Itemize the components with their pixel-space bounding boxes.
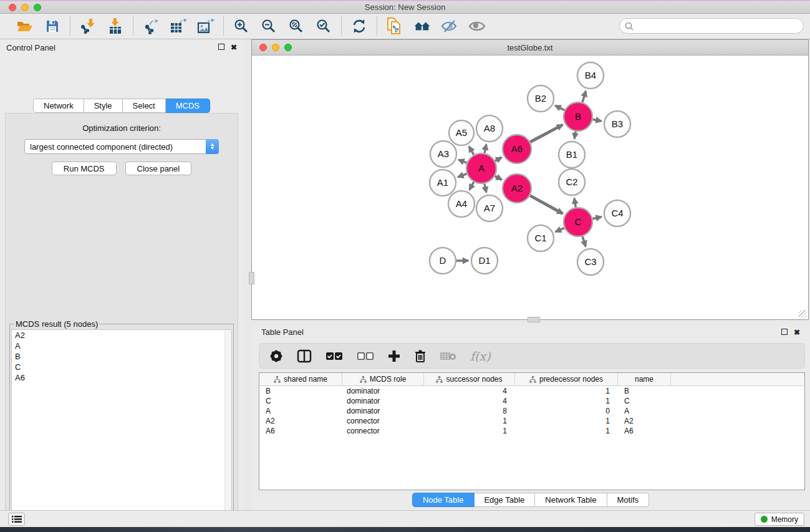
graph-edge-C-C1[interactable] — [556, 228, 564, 232]
cell-successor-nodes[interactable]: 8 — [424, 407, 515, 415]
panel-collapse-handle[interactable] — [249, 272, 254, 284]
cell-mcds-role[interactable]: dominator — [342, 397, 424, 405]
cell-mcds-role[interactable]: dominator — [342, 387, 424, 395]
close-panel-icon[interactable]: ✖ — [231, 44, 237, 51]
column-header-name[interactable]: name — [618, 373, 671, 385]
column-header-successor-nodes[interactable]: successor nodes — [424, 373, 515, 385]
close-panel-button[interactable]: Close panel — [125, 162, 192, 175]
cell-mcds-role[interactable]: connector — [342, 417, 424, 425]
mcds-result-item[interactable]: A6 — [12, 372, 231, 383]
graph-edge-C-C4[interactable] — [592, 217, 601, 219]
close-window-button[interactable] — [9, 4, 16, 11]
show-all-icon[interactable] — [468, 17, 486, 35]
graph-edge-A-A7[interactable] — [485, 183, 486, 192]
tab-select[interactable]: Select — [123, 99, 166, 113]
graph-edge-A2-C[interactable] — [530, 196, 562, 214]
cell-predecessor-nodes[interactable]: 0 — [515, 407, 618, 415]
graph-edge-B-B2[interactable] — [555, 105, 564, 110]
network-canvas[interactable]: B4B2BB3B1A5A8A6A3AA1C2A4A7A2C4CC1C3DD1 — [252, 56, 808, 319]
cell-shared-name[interactable]: B — [259, 387, 342, 395]
delete-column-icon[interactable] — [414, 349, 427, 363]
search-input[interactable] — [637, 20, 803, 32]
cell-successor-nodes[interactable]: 1 — [424, 417, 515, 425]
gear-icon[interactable] — [269, 349, 283, 363]
graph-edge-A-A2[interactable] — [495, 176, 502, 180]
graph-edge-A-A5[interactable] — [469, 147, 474, 155]
mcds-result-item[interactable]: A — [12, 341, 231, 351]
cell-shared-name[interactable]: C — [259, 397, 342, 405]
import-network-icon[interactable] — [79, 17, 97, 35]
cell-successor-nodes[interactable]: 4 — [424, 397, 515, 405]
cell-successor-nodes[interactable]: 1 — [424, 427, 515, 435]
network-zoom-button[interactable] — [284, 44, 292, 51]
minimize-window-button[interactable] — [21, 4, 29, 11]
column-header-predecessor-nodes[interactable]: predecessor nodes — [515, 373, 618, 385]
resize-grip-icon[interactable] — [799, 310, 807, 318]
export-table-icon[interactable] — [170, 17, 187, 35]
graph-edge-A-A6[interactable] — [495, 157, 501, 161]
zoom-fit-icon[interactable] — [287, 17, 305, 35]
export-network-icon[interactable] — [142, 17, 160, 35]
graph-edge-A-A4[interactable] — [470, 182, 474, 190]
cell-predecessor-nodes[interactable]: 1 — [515, 397, 618, 405]
graph-edge-A-A8[interactable] — [485, 144, 486, 153]
mcds-result-item[interactable]: C — [12, 362, 231, 372]
cell-shared-name[interactable]: A — [259, 407, 342, 415]
table-row[interactable]: A6connector11A6 — [259, 426, 804, 436]
zoom-out-icon[interactable] — [260, 17, 277, 35]
criterion-dropdown[interactable]: largest connected component (directed) ▲… — [24, 139, 219, 154]
select-columns-icon[interactable] — [325, 352, 343, 360]
duplicate-network-icon[interactable] — [386, 17, 403, 35]
save-session-icon[interactable] — [44, 17, 61, 35]
mcds-result-item[interactable]: B — [12, 351, 231, 362]
cell-predecessor-nodes[interactable]: 1 — [515, 417, 618, 425]
zoom-window-button[interactable] — [34, 4, 41, 11]
cell-mcds-role[interactable]: dominator — [342, 407, 424, 415]
table-row[interactable]: Cdominator41C — [259, 396, 804, 406]
mcds-result-list[interactable]: A2ABCA6 — [11, 329, 232, 532]
table-row[interactable]: Bdominator41B — [259, 386, 804, 396]
tab-edge-table[interactable]: Edge Table — [474, 493, 535, 507]
cell-name[interactable]: A2 — [618, 417, 671, 425]
graph-edge-A-A1[interactable] — [458, 174, 466, 177]
cell-mcds-role[interactable]: connector — [342, 427, 424, 435]
cell-name[interactable]: A6 — [618, 427, 671, 435]
first-neighbors-icon[interactable] — [413, 17, 431, 35]
run-mcds-button[interactable]: Run MCDS — [52, 162, 117, 175]
mcds-result-item[interactable]: A2 — [12, 330, 231, 341]
cell-name[interactable]: B — [618, 387, 671, 395]
network-close-button[interactable] — [259, 44, 267, 51]
graph-edge-B-B4[interactable] — [582, 91, 586, 102]
float-panel-icon[interactable] — [218, 44, 224, 51]
graph-edge-B-B3[interactable] — [593, 119, 602, 121]
hide-selected-icon[interactable] — [441, 17, 458, 35]
column-header-shared-name[interactable]: shared name — [259, 373, 342, 385]
memory-button[interactable]: Memory — [755, 513, 804, 526]
split-view-icon[interactable] — [297, 349, 312, 363]
cell-shared-name[interactable]: A2 — [259, 417, 342, 425]
graph-edge-C-C2[interactable] — [574, 198, 576, 208]
open-file-icon[interactable] — [16, 17, 34, 35]
zoom-selected-icon[interactable] — [315, 17, 332, 35]
export-image-icon[interactable] — [197, 17, 215, 35]
import-table-icon[interactable] — [107, 17, 124, 35]
graph-edge-C-C3[interactable] — [582, 236, 586, 246]
cell-successor-nodes[interactable]: 4 — [424, 387, 515, 395]
close-panel-icon[interactable]: ✖ — [794, 329, 800, 336]
tab-motifs[interactable]: Motifs — [607, 493, 649, 507]
tab-network[interactable]: Network — [33, 99, 84, 113]
graph-edge-A6-B[interactable] — [530, 125, 562, 142]
unselect-columns-icon[interactable] — [357, 352, 374, 360]
list-scrollbar[interactable] — [224, 330, 231, 532]
search-field[interactable] — [619, 18, 804, 34]
tab-network-table[interactable]: Network Table — [535, 493, 607, 507]
tab-mcds[interactable]: MCDS — [166, 99, 210, 113]
graph-edge-A-A3[interactable] — [458, 160, 466, 163]
cell-name[interactable]: A — [618, 407, 671, 415]
tab-node-table[interactable]: Node Table — [412, 493, 475, 507]
cell-shared-name[interactable]: A6 — [259, 427, 342, 435]
float-panel-icon[interactable] — [781, 329, 788, 336]
cell-name[interactable]: C — [618, 397, 671, 405]
network-minimize-button[interactable] — [272, 44, 279, 51]
tab-style[interactable]: Style — [84, 99, 123, 113]
